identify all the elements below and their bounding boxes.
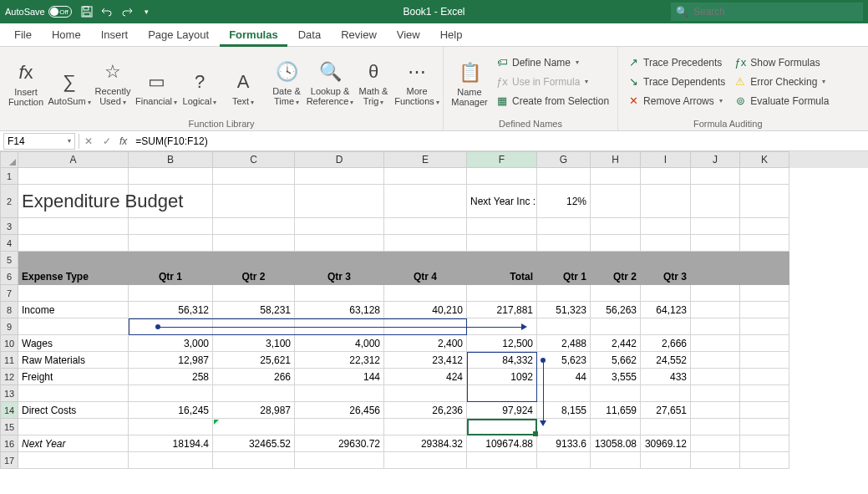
cell[interactable]: [641, 385, 691, 402]
tab-review[interactable]: Review: [332, 23, 386, 47]
cell[interactable]: [591, 218, 641, 235]
cell[interactable]: [641, 185, 691, 218]
cell[interactable]: Direct Costs: [18, 402, 129, 419]
cancel-formula-icon[interactable]: ✕: [79, 133, 98, 150]
cell[interactable]: [740, 385, 789, 402]
more-functions-button[interactable]: ⋯More Functions▾: [396, 50, 438, 109]
col-header-D[interactable]: D: [295, 151, 384, 168]
cell[interactable]: [213, 452, 295, 469]
cell[interactable]: 51,323: [537, 302, 591, 318]
cell[interactable]: Qtr 1: [537, 268, 591, 285]
cell[interactable]: [740, 302, 789, 318]
tab-view[interactable]: View: [388, 23, 429, 47]
math-trig-button[interactable]: θMath & Trig▾: [353, 50, 394, 109]
trace-dependents-button[interactable]: ↘Trace Dependents: [623, 73, 728, 90]
cell[interactable]: [691, 402, 740, 419]
cell[interactable]: [691, 285, 740, 302]
row-header[interactable]: 14: [0, 402, 18, 419]
cell[interactable]: 13058.08: [591, 435, 641, 452]
cell[interactable]: [691, 419, 740, 435]
tab-formulas[interactable]: Formulas: [220, 23, 287, 47]
cell[interactable]: 2,400: [384, 335, 467, 352]
fx-label-icon[interactable]: fx: [116, 135, 130, 147]
cell[interactable]: [467, 252, 537, 268]
cell[interactable]: 29384.32: [384, 435, 467, 452]
tab-file[interactable]: File: [5, 23, 41, 47]
tab-insert[interactable]: Insert: [92, 23, 138, 47]
date-time-button[interactable]: 🕓Date & Time▾: [266, 50, 307, 109]
cell[interactable]: [691, 235, 740, 252]
cell[interactable]: 258: [129, 369, 213, 385]
cell[interactable]: [295, 285, 384, 302]
cell[interactable]: [537, 235, 591, 252]
cell[interactable]: [740, 252, 789, 268]
search-input[interactable]: [693, 6, 858, 18]
tab-home[interactable]: Home: [43, 23, 90, 47]
row-header[interactable]: 15: [0, 419, 18, 435]
cell[interactable]: [18, 168, 129, 185]
cell[interactable]: [537, 318, 591, 335]
cell[interactable]: [295, 385, 384, 402]
cell[interactable]: [591, 285, 641, 302]
cell[interactable]: [129, 419, 213, 435]
cell[interactable]: [129, 235, 213, 252]
cell[interactable]: [295, 168, 384, 185]
cell[interactable]: Income: [18, 302, 129, 318]
cell[interactable]: [591, 419, 641, 435]
col-header-A[interactable]: A: [18, 151, 129, 168]
cell[interactable]: Qtr 3: [295, 268, 384, 285]
cell[interactable]: 424: [384, 369, 467, 385]
cell[interactable]: [691, 369, 740, 385]
tab-help[interactable]: Help: [431, 23, 472, 47]
cell[interactable]: 109674.88: [467, 435, 537, 452]
cell[interactable]: 9133.6: [537, 435, 591, 452]
show-formulas-button[interactable]: ƒxShow Formulas: [730, 53, 832, 71]
cell[interactable]: [467, 419, 537, 435]
row-header[interactable]: 3: [0, 218, 18, 235]
cell[interactable]: 11,659: [591, 402, 641, 419]
cell[interactable]: [467, 218, 537, 235]
name-box[interactable]: F14▾: [3, 133, 75, 150]
insert-function-button[interactable]: fxInsert Function: [5, 50, 47, 109]
col-header-F[interactable]: F: [467, 151, 537, 168]
cell[interactable]: [129, 285, 213, 302]
cell[interactable]: Expense Type: [18, 268, 129, 285]
cell[interactable]: [691, 385, 740, 402]
cell[interactable]: [691, 452, 740, 469]
cell[interactable]: [740, 218, 789, 235]
cell[interactable]: 12,987: [129, 352, 213, 369]
cell[interactable]: [591, 385, 641, 402]
cell[interactable]: 27,651: [641, 402, 691, 419]
cell[interactable]: [384, 385, 467, 402]
cell[interactable]: [295, 452, 384, 469]
define-name-button[interactable]: 🏷Define Name▾: [492, 53, 612, 71]
financial-button[interactable]: ▭Financial▾: [135, 50, 177, 109]
cell[interactable]: [740, 168, 789, 185]
cell[interactable]: [641, 168, 691, 185]
cell[interactable]: [691, 252, 740, 268]
undo-icon[interactable]: [97, 3, 117, 21]
cell[interactable]: [295, 235, 384, 252]
cell[interactable]: [213, 185, 295, 218]
cell[interactable]: Wages: [18, 335, 129, 352]
cell[interactable]: 25,621: [213, 352, 295, 369]
trace-precedents-button[interactable]: ↗Trace Precedents: [623, 53, 728, 71]
cell[interactable]: 16,245: [129, 402, 213, 419]
cell[interactable]: [691, 435, 740, 452]
cell[interactable]: [691, 268, 740, 285]
cell[interactable]: Qtr 2: [213, 268, 295, 285]
cell[interactable]: [129, 452, 213, 469]
cell[interactable]: [691, 352, 740, 369]
cell[interactable]: [295, 218, 384, 235]
cell[interactable]: [295, 185, 384, 218]
cell[interactable]: 97,924: [467, 402, 537, 419]
cell[interactable]: [740, 268, 789, 285]
cell[interactable]: 1092: [467, 369, 537, 385]
row-header[interactable]: 9: [0, 318, 18, 335]
tab-data[interactable]: Data: [289, 23, 330, 47]
cell[interactable]: 2,442: [591, 335, 641, 352]
cell[interactable]: [213, 168, 295, 185]
lookup-ref-button[interactable]: 🔍Lookup & Reference▾: [309, 50, 351, 109]
name-manager-button[interactable]: 📋Name Manager: [449, 50, 490, 109]
cell[interactable]: 44: [537, 369, 591, 385]
